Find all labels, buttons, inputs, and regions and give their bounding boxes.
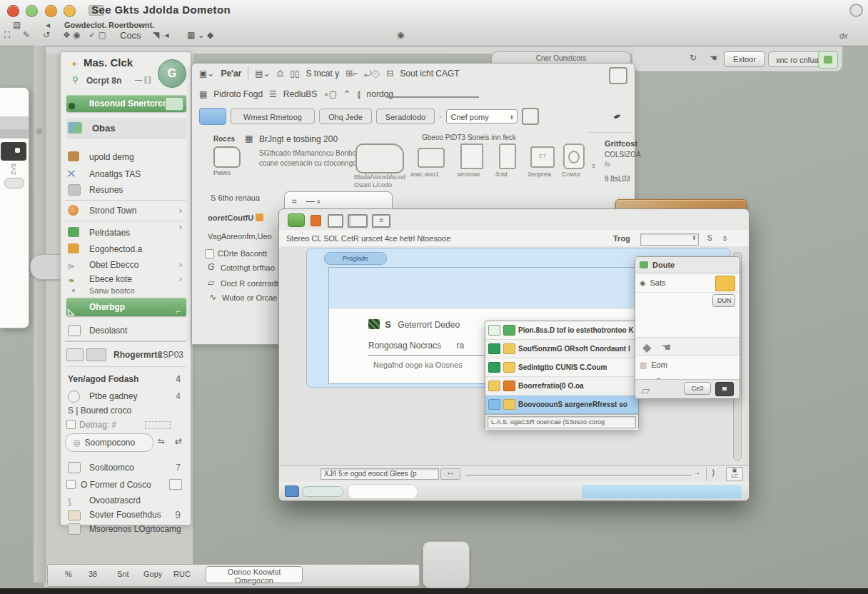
search-pill[interactable] (348, 484, 418, 499)
list-item-5[interactable]: Cotothgt brfhao (221, 263, 275, 272)
shuffle-icon[interactable]: ⇄ (175, 436, 182, 446)
check-tool-icon[interactable]: ✓ ▢ (89, 30, 106, 40)
dot-box-icon[interactable]: ∘▢ (323, 89, 337, 99)
sidebar-banner[interactable]: ⚉ Itosonud Snertcrcoce (66, 95, 186, 112)
hand-cursor-icon[interactable]: ☚ (710, 53, 717, 63)
tab-1[interactable]: Wmest Rmetoog (231, 109, 315, 124)
sidebar-item[interactable]: Desolasnt (66, 323, 186, 338)
sidebar-item[interactable]: ⤫ Anoatlgs TAS (66, 167, 186, 181)
sidebar-item-lower[interactable]: Msoreonos LOgrtocamg (66, 522, 186, 536)
mini-button[interactable]: ⊷ (440, 468, 460, 480)
palette-bar[interactable] (0, 116, 29, 129)
chevron-right-icon[interactable]: ⟩ (712, 468, 715, 478)
extra-button-icon[interactable] (64, 5, 76, 17)
list-item-1[interactable]: S 6tho renaua (211, 193, 260, 202)
undo-tool-icon[interactable]: ↺ (43, 30, 50, 40)
hc-icon[interactable] (418, 148, 445, 168)
sidebar-subtitle[interactable]: Ocrpt 8n (86, 76, 121, 86)
status-tooltip-button[interactable]: Oonoo Koowlst Omegocon (206, 566, 303, 583)
camera-icon[interactable] (165, 97, 183, 111)
rotate-icon[interactable]: ⤾⟐ (364, 69, 380, 79)
quill-icon[interactable]: ✒ (611, 109, 623, 123)
orange-app-icon[interactable] (311, 215, 321, 226)
sidebar-item-lower[interactable]: O Former d Cosco (66, 478, 186, 492)
status-snt[interactable]: Snt (117, 570, 129, 578)
sidebar-item-selected[interactable]: ◺ Oherbgp ⌐ (66, 298, 186, 316)
sidebar-item-lower[interactable]: Ptbe gadney 4 (66, 389, 186, 403)
printer-small-icon[interactable]: ▱ (641, 383, 650, 397)
grid-menu-icon[interactable]: ▤ (13, 20, 21, 30)
list-window-icon[interactable]: ≣ (372, 214, 390, 228)
green-mode-button[interactable] (818, 51, 838, 69)
list-item-4[interactable]: CDrte Bacontt (218, 249, 267, 258)
status-field[interactable]: XJ/I 5:e ogod eoocd Glees (p (321, 468, 439, 480)
sidebar-item-lower[interactable]: ⟆ Ovooatrascrd (66, 493, 186, 508)
dark-action-button[interactable] (715, 382, 734, 396)
cells-icon[interactable]: ⊟ (386, 69, 393, 79)
select-cnef-pomy[interactable]: Cnef pomy ⬍ (446, 109, 518, 124)
person-small-icon[interactable]: ⌃ (343, 89, 350, 99)
menu-item-2[interactable]: Roertbownt. (108, 21, 154, 29)
palette-dark-item[interactable] (1, 142, 26, 161)
phone-icon[interactable] (499, 144, 516, 169)
grid-button-icon[interactable] (609, 67, 627, 84)
popup-footer-field[interactable]: L.A.S. ogaCSR ooencae (S3osoo corog (488, 416, 636, 428)
sidebar-item-lower[interactable]: Sovter Foosethdus 9 (66, 508, 186, 522)
titlebar-orb-icon[interactable] (849, 4, 863, 17)
pencil-tool-icon[interactable]: ✎ (23, 30, 30, 40)
hand-small-icon[interactable]: ☚ (661, 341, 671, 354)
corner-handle[interactable] (423, 541, 470, 588)
list-item-7[interactable]: Wutoe or Orcae (222, 293, 277, 302)
list-item-6[interactable]: Ooct R contrradt (221, 279, 278, 288)
minimize-button-icon[interactable] (26, 5, 38, 17)
sidebar-item[interactable]: ⌲ Obet Ebecco › (66, 258, 186, 272)
camera-body-icon[interactable] (563, 144, 585, 169)
sidebar-item[interactable]: ❧ Ebece kote › (66, 272, 186, 286)
sidebar-item-lower[interactable]: Detnag: # (66, 418, 186, 432)
popup-row[interactable]: Boorrefratio(0 O.oa (485, 377, 638, 396)
h-scroll-track[interactable] (466, 475, 692, 475)
target-tool-icon[interactable]: ◉ (397, 30, 404, 40)
paste-label[interactable]: Pe'ar (221, 69, 241, 79)
row2-a[interactable]: Pidroto Fogd (213, 89, 263, 99)
soompocono-button[interactable]: ◎Soompocono (65, 433, 153, 452)
save-icon[interactable]: ▤⌄ (255, 69, 270, 79)
doc-lines-icon[interactable]: ☰ (269, 89, 277, 99)
frame-tool-icon[interactable]: ⛶ (4, 30, 10, 40)
sidebar-item[interactable]: upold demg (66, 150, 186, 164)
grid-button2-icon[interactable] (522, 108, 539, 125)
right-label[interactable]: Sout icht CAGT (400, 69, 459, 79)
layout-icon[interactable]: ⊞⌐ (345, 69, 358, 79)
back-menu-icon[interactable]: ◂ (46, 20, 50, 30)
list-item-2[interactable]: ooretCoutfU (208, 213, 263, 222)
dun-button[interactable]: DUN (712, 294, 735, 307)
printer-icon[interactable]: ⎙ (277, 69, 284, 79)
device-icon[interactable] (355, 144, 404, 173)
pill-button[interactable] (302, 486, 343, 497)
s2-button[interactable]: s (723, 234, 727, 242)
toolbar-label[interactable]: Cocs (120, 30, 141, 41)
split-window-icon[interactable] (348, 214, 368, 228)
list-item-3[interactable]: VagAoreonfm,Ueo (208, 232, 272, 241)
extoor-button[interactable]: Extoor (724, 51, 765, 67)
lc-button[interactable]: ▣LC (726, 467, 743, 481)
sidebar-item[interactable]: Eogohectod.a (66, 242, 186, 256)
grid2-tool-icon[interactable]: ▦ ⌄ ◆ (187, 30, 213, 40)
grid-small-icon[interactable]: ▦ (199, 89, 207, 99)
checkbox[interactable] (205, 249, 214, 258)
sidebar-item-obas[interactable]: Obas (66, 118, 186, 139)
sidebar-item-lower[interactable]: S | Boured croco (66, 403, 186, 418)
s-button[interactable]: S (707, 234, 712, 242)
et-icon[interactable]: ET (530, 146, 555, 168)
status-ruc[interactable]: RUC (173, 570, 191, 578)
refresh-icon[interactable]: ↻ (690, 53, 697, 63)
page-icon[interactable]: ▯▯ (290, 69, 299, 79)
trog-select[interactable]: ⬍ (640, 233, 699, 246)
arrow-right-icon[interactable]: → (693, 468, 700, 476)
palette-pill-button[interactable] (4, 178, 24, 188)
yellow-folder-icon[interactable] (715, 276, 735, 291)
tab-2[interactable]: Ohq Jede (319, 109, 372, 124)
flag-tool-icon[interactable]: ◥ ·◂ (153, 30, 169, 40)
checkbox[interactable] (66, 480, 76, 489)
spinner-icon[interactable]: ⬍ (510, 111, 515, 125)
